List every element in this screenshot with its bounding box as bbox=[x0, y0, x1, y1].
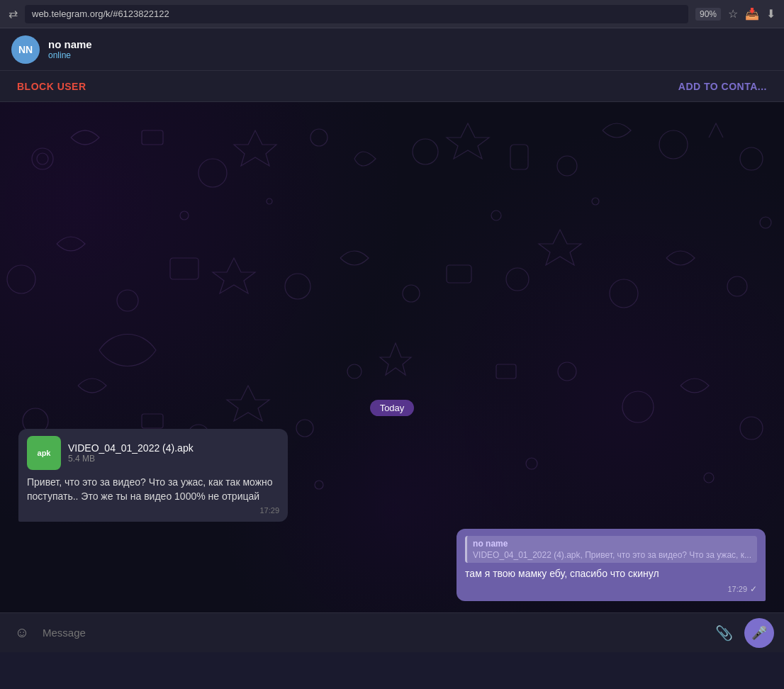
block-user-button[interactable]: BLOCK USER bbox=[17, 81, 86, 92]
input-bar: ☺ 📎 🎤 bbox=[0, 612, 784, 652]
reply-sender-name: no name bbox=[473, 539, 751, 549]
svg-point-27 bbox=[558, 362, 576, 381]
svg-rect-2 bbox=[142, 130, 163, 145]
message-input[interactable] bbox=[43, 627, 703, 639]
svg-rect-12 bbox=[170, 258, 198, 279]
message-sent: no name VIDEO_04_01_2022 (4).apk, Привет… bbox=[457, 529, 766, 601]
svg-point-0 bbox=[32, 148, 53, 169]
svg-point-11 bbox=[117, 290, 138, 311]
apk-info: VIDEO_04_01_2022 (4).apk 5.4 MB bbox=[68, 442, 194, 464]
message-time-received: 17:29 bbox=[27, 506, 279, 515]
svg-point-25 bbox=[347, 364, 362, 379]
svg-point-16 bbox=[506, 268, 529, 291]
svg-point-1 bbox=[37, 153, 48, 164]
read-receipt-icon: ✓ bbox=[750, 584, 757, 594]
chat-background: Today apk VIDEO_04_01_2022 (4).apk 5.4 M… bbox=[0, 102, 784, 612]
today-badge: Today bbox=[370, 400, 415, 416]
translate-icon[interactable]: ⇄ bbox=[9, 7, 18, 21]
user-status: online bbox=[48, 50, 92, 60]
svg-point-28 bbox=[180, 211, 189, 220]
download-icon[interactable]: ⬇ bbox=[766, 7, 775, 21]
avatar: NN bbox=[11, 35, 40, 64]
browser-bar: ⇄ web.telegram.org/k/#6123822122 90% ☆ 📥… bbox=[0, 0, 784, 28]
svg-point-7 bbox=[557, 156, 577, 176]
message-text-sent: там я твою мамку ебу, спасибо что скинул bbox=[465, 567, 757, 581]
svg-point-10 bbox=[7, 265, 35, 293]
messages-area: Today apk VIDEO_04_01_2022 (4).apk 5.4 M… bbox=[0, 391, 784, 612]
svg-point-13 bbox=[285, 274, 310, 299]
user-name: no name bbox=[48, 38, 92, 50]
attach-button[interactable]: 📎 bbox=[712, 621, 736, 645]
emoji-button[interactable]: ☺ bbox=[10, 621, 34, 645]
apk-attachment: apk VIDEO_04_01_2022 (4).apk 5.4 MB bbox=[27, 436, 279, 470]
url-bar[interactable]: web.telegram.org/k/#6123822122 bbox=[25, 5, 688, 23]
svg-point-5 bbox=[413, 139, 438, 164]
svg-point-8 bbox=[659, 130, 688, 159]
svg-point-9 bbox=[740, 147, 763, 170]
svg-point-3 bbox=[198, 159, 227, 187]
svg-point-30 bbox=[491, 211, 501, 220]
svg-point-4 bbox=[310, 129, 327, 146]
svg-point-18 bbox=[727, 276, 747, 296]
reply-preview: no name VIDEO_04_01_2022 (4).apk, Привет… bbox=[465, 536, 757, 563]
svg-rect-15 bbox=[447, 265, 471, 283]
svg-point-17 bbox=[610, 279, 638, 308]
reply-text: VIDEO_04_01_2022 (4).apk, Привет, что эт… bbox=[473, 550, 751, 560]
svg-point-32 bbox=[760, 217, 771, 228]
user-info: no name online bbox=[48, 38, 92, 60]
message-text-received: Привет, что это за видео? Что за ужас, к… bbox=[27, 476, 279, 503]
message-time-sent: 17:29 ✓ bbox=[465, 584, 757, 594]
svg-rect-26 bbox=[496, 364, 516, 379]
svg-point-14 bbox=[403, 285, 420, 302]
message-received: apk VIDEO_04_01_2022 (4).apk 5.4 MB Прив… bbox=[18, 429, 288, 522]
chat-header: NN no name online bbox=[0, 28, 784, 71]
apk-size: 5.4 MB bbox=[68, 454, 194, 464]
action-bar: BLOCK USER ADD TO CONTA... bbox=[0, 71, 784, 102]
apk-filename: VIDEO_04_01_2022 (4).apk bbox=[68, 442, 194, 454]
mic-button[interactable]: 🎤 bbox=[744, 618, 774, 648]
svg-point-31 bbox=[592, 198, 599, 205]
svg-point-29 bbox=[267, 198, 272, 204]
zoom-badge: 90% bbox=[695, 8, 721, 21]
add-contact-button[interactable]: ADD TO CONTA... bbox=[678, 81, 767, 92]
pocket-icon[interactable]: 📥 bbox=[745, 7, 759, 21]
apk-icon: apk bbox=[27, 436, 61, 470]
svg-rect-6 bbox=[510, 145, 528, 169]
bookmark-icon[interactable]: ☆ bbox=[728, 7, 738, 21]
